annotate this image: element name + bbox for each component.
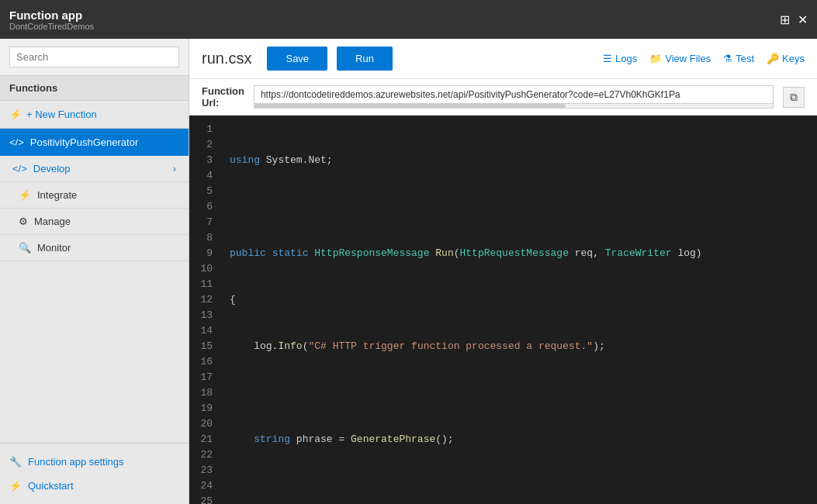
view-files-label: View Files: [665, 53, 711, 64]
monitor-label: Monitor: [37, 242, 71, 254]
monitor-item[interactable]: 🔍 Monitor: [0, 235, 189, 261]
keys-action[interactable]: 🔑 Keys: [767, 53, 805, 64]
test-label: Test: [736, 53, 754, 64]
search-input[interactable]: [9, 47, 179, 67]
manage-label: Manage: [34, 216, 71, 227]
wrench-icon: 🔧: [9, 456, 22, 468]
function-app-settings-label: Function app settings: [28, 456, 124, 468]
url-copy-button[interactable]: ⧉: [783, 87, 805, 108]
code-editor: 12345 678910 1112131415 1617181920 21222…: [189, 116, 817, 504]
functions-label: Functions: [0, 76, 189, 101]
integrate-item[interactable]: ⚡ Integrate: [0, 182, 189, 209]
key-icon: 🔑: [767, 53, 779, 64]
title-bar-left: Function app DontCodeTiredDemos: [9, 9, 94, 31]
test-icon: ⚗: [723, 53, 732, 64]
url-container: [254, 85, 774, 109]
code-icon: </>: [9, 136, 24, 148]
new-function-button[interactable]: ⚡ + New Function: [0, 101, 189, 129]
folder-icon: 📁: [649, 53, 662, 64]
keys-label: Keys: [782, 53, 805, 64]
pin-button[interactable]: ⊞: [780, 12, 790, 27]
url-scrollbar-thumb: [254, 104, 566, 108]
title-bar: Function app DontCodeTiredDemos ⊞ ✕: [0, 0, 817, 39]
function-app-settings-item[interactable]: 🔧 Function app settings: [0, 450, 189, 474]
quickstart-item[interactable]: ⚡ Quickstart: [0, 474, 189, 498]
develop-label: Develop: [33, 163, 71, 174]
run-button[interactable]: Run: [337, 47, 393, 71]
url-bar: FunctionUrl: ⧉: [189, 79, 817, 116]
quickstart-label: Quickstart: [28, 480, 74, 492]
logs-label: Logs: [615, 53, 637, 64]
url-scrollbar[interactable]: [254, 103, 773, 108]
toolbar: run.csx Save Run ☰ Logs 📁 View Files ⚗ T…: [189, 39, 817, 79]
sidebar: Functions ⚡ + New Function </> Positivit…: [0, 39, 189, 504]
logs-icon: ☰: [603, 53, 612, 64]
code-editor-area[interactable]: 12345 678910 1112131415 1617181920 21222…: [189, 116, 817, 504]
toolbar-actions: ☰ Logs 📁 View Files ⚗ Test 🔑 Keys: [603, 53, 805, 64]
sidebar-bottom: 🔧 Function app settings ⚡ Quickstart: [0, 443, 189, 504]
view-files-action[interactable]: 📁 View Files: [649, 53, 711, 64]
function-item-positivity[interactable]: </> PositivityPushGenerator: [0, 129, 189, 156]
url-input[interactable]: [254, 86, 773, 103]
search-container: [0, 39, 189, 76]
main-content: run.csx Save Run ☰ Logs 📁 View Files ⚗ T…: [189, 39, 817, 504]
search-icon: 🔍: [19, 242, 31, 254]
chevron-right-icon: ›: [173, 164, 176, 174]
close-button[interactable]: ✕: [798, 12, 808, 27]
main-layout: Functions ⚡ + New Function </> Positivit…: [0, 39, 817, 504]
function-name: PositivityPushGenerator: [30, 136, 138, 148]
lightning-icon: ⚡: [19, 189, 31, 201]
integrate-label: Integrate: [37, 189, 77, 201]
gear-icon: ⚙: [19, 216, 28, 227]
plus-icon: ⚡: [9, 109, 22, 120]
sidebar-spacer: [0, 261, 189, 443]
develop-left: </> Develop: [12, 163, 71, 174]
manage-item[interactable]: ⚙ Manage: [0, 209, 189, 235]
new-function-label: + New Function: [26, 109, 97, 120]
develop-item[interactable]: </> Develop ›: [0, 156, 189, 182]
app-subtitle: DontCodeTiredDemos: [9, 22, 94, 31]
code-brackets-icon: </>: [12, 163, 27, 174]
test-action[interactable]: ⚗ Test: [723, 53, 754, 64]
logs-action[interactable]: ☰ Logs: [603, 53, 637, 64]
line-numbers: 12345 678910 1112131415 1617181920 21222…: [189, 122, 220, 504]
app-name: Function app: [9, 9, 94, 22]
title-bar-controls: ⊞ ✕: [780, 12, 808, 27]
bolt-icon: ⚡: [9, 480, 22, 492]
code-content: using System.Net; public static HttpResp…: [220, 122, 817, 504]
file-title: run.csx: [202, 50, 251, 67]
url-label: FunctionUrl:: [202, 85, 244, 109]
save-button[interactable]: Save: [267, 47, 327, 71]
function-sub-menu: </> Develop › ⚡ Integrate ⚙ Manage 🔍 Mon…: [0, 156, 189, 261]
